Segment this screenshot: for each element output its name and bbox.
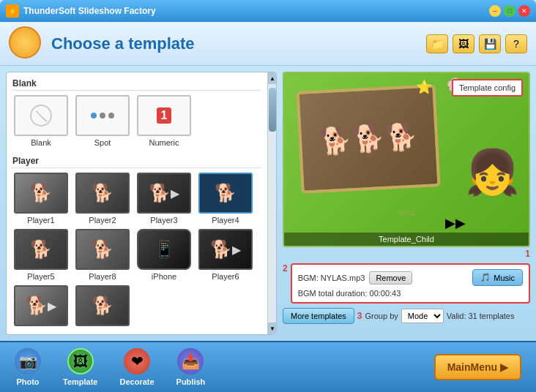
group-by-label: Group by (365, 312, 398, 320)
minimize-button[interactable]: – (489, 5, 501, 17)
bgm-duration: BGM total duration: 00:00:43 (298, 289, 401, 298)
player-b-img: 🐕 (92, 295, 113, 316)
preview-photo-dogs: 🐕🐕🐕 (318, 121, 418, 157)
preview-inner: 🐕🐕🐕 👧 ⭐ 🌸 ▶▶ anxz Template_Child (284, 73, 529, 246)
iphone-label: iPhone (152, 272, 176, 281)
player-b-thumb: 🐕 (75, 285, 130, 326)
spot-thumb (75, 95, 130, 136)
main-container: Choose a template 📁 🖼 💾 ? Blank (0, 22, 536, 392)
dot-1 (91, 113, 97, 118)
template-nav-label: Template (63, 377, 97, 386)
cartoon-char-emoji: 👧 (465, 151, 520, 195)
template-item-player-b[interactable]: 🐕 (74, 285, 131, 328)
dot-3 (108, 113, 114, 118)
player4-label: Player4 (212, 216, 239, 225)
watermark: anxz (398, 208, 414, 216)
dot-2 (100, 113, 105, 118)
player4-thumb: 🐕 (198, 173, 253, 214)
template-item-player1[interactable]: 🐕 Player1 (12, 173, 70, 225)
help-button[interactable]: ? (505, 34, 527, 53)
content-area: Blank Blank (0, 66, 536, 341)
player6-thumb: 🐕 ▶ (198, 229, 253, 270)
bgm-section: BGM: NYLAS.mp3 Remove 🎵 Music BGM total … (291, 263, 530, 304)
template-item-player-a[interactable]: 🐕 ▶ (12, 285, 70, 328)
bgm-remove-button[interactable]: Remove (369, 271, 412, 284)
nav-item-template[interactable]: 🖼 Template (63, 348, 97, 386)
group-by-select[interactable]: Mode (401, 309, 444, 323)
template-item-player2[interactable]: 🐕 Player2 (74, 173, 131, 225)
blank-label: Blank (31, 138, 51, 147)
nav-item-decorate[interactable]: ❤ Decorate (119, 348, 154, 386)
deco-star-1: ⭐ (416, 79, 432, 95)
blank-icon (30, 105, 52, 127)
player2-thumb: 🐕 (75, 173, 130, 214)
template-item-iphone[interactable]: 📱 iPhone (135, 229, 193, 281)
scroll-up-button[interactable]: ▲ (268, 72, 276, 84)
footer-bar: More templates 3 Group by Mode Valid: 31… (283, 308, 530, 324)
decorate-nav-icon: ❤ (124, 348, 150, 374)
header: Choose a template 📁 🖼 💾 ? (0, 22, 536, 66)
photo-nav-icon: 📷 (15, 348, 41, 374)
spot-dots (91, 113, 114, 118)
template-item-player8[interactable]: 🐕 Player8 (74, 229, 131, 281)
template-item-player6[interactable]: 🐕 ▶ Player6 (197, 229, 254, 281)
nav-items: 📷 Photo 🖼 Template ❤ Decorate 📤 Publish (15, 348, 205, 386)
player8-label: Player8 (89, 272, 116, 281)
bgm-music-button[interactable]: 🎵 Music (472, 269, 523, 286)
nav-item-photo[interactable]: 📷 Photo (15, 348, 41, 386)
app-icon-symbol: ⚡ (8, 7, 17, 15)
player8-thumb: 🐕 (75, 229, 130, 270)
iphone-thumb: 📱 (137, 229, 191, 270)
more-templates-button[interactable]: More templates (283, 308, 354, 324)
scroll-down-button[interactable]: ▼ (268, 323, 276, 334)
player1-img: 🐕 (30, 183, 52, 203)
template-scroll[interactable]: Blank Blank (7, 72, 267, 334)
blank-template-grid: Blank Spot (12, 95, 261, 147)
save-button[interactable]: 💾 (479, 34, 501, 53)
player-a-play-icon: ▶ (48, 299, 56, 313)
header-right: 📁 🖼 💾 ? (426, 34, 527, 53)
title-bar-left: ⚡ ThunderSoft Slideshow Factory (6, 4, 156, 18)
window-controls: – □ ✕ (489, 5, 530, 17)
nav-item-publish[interactable]: 📤 Publish (176, 348, 206, 386)
template-config-button[interactable]: Template config (452, 79, 523, 97)
header-left: Choose a template (9, 26, 195, 61)
preview-number: 1 (525, 249, 530, 259)
image-button[interactable]: 🖼 (453, 34, 474, 53)
template-item-player4[interactable]: 🐕 Player4 (197, 173, 254, 225)
player5-thumb: 🐕 (14, 229, 68, 270)
folder-button[interactable]: 📁 (426, 34, 448, 53)
template-name-overlay: Template_Child (284, 233, 529, 246)
player5-img: 🐕 (30, 239, 52, 260)
template-item-blank[interactable]: Blank (12, 95, 70, 147)
valid-label: Valid: 31 templates (447, 312, 515, 320)
template-nav-icon: 🖼 (67, 348, 94, 374)
template-item-player3[interactable]: 🐕 ▶ Player3 (135, 173, 193, 225)
player3-label: Player3 (150, 216, 177, 225)
player8-img: 🐕 (92, 239, 113, 260)
template-item-numeric[interactable]: 1 Numeric (135, 95, 193, 147)
right-panel: 🐕🐕🐕 👧 ⭐ 🌸 ▶▶ anxz Template_Child (277, 72, 530, 335)
template-item-player5[interactable]: 🐕 Player5 (12, 229, 70, 281)
player6-label: Player6 (212, 272, 239, 281)
close-button[interactable]: ✕ (518, 5, 530, 17)
main-menu-button[interactable]: MainMenu ▶ (434, 354, 521, 380)
template-item-spot[interactable]: Spot (74, 95, 131, 147)
player6-play-icon: ▶ (232, 243, 241, 257)
bottom-nav: 📷 Photo 🖼 Template ❤ Decorate 📤 Publish … (0, 341, 536, 392)
preview-area: 🐕🐕🐕 👧 ⭐ 🌸 ▶▶ anxz Template_Child (283, 72, 530, 247)
player1-thumb: 🐕 (14, 173, 68, 214)
scroll-track: ▲ ▼ (267, 72, 276, 334)
deco-arrow: ▶▶ (445, 215, 466, 231)
publish-nav-label: Publish (176, 377, 206, 386)
scroll-thumb[interactable] (269, 88, 276, 132)
decorate-nav-label: Decorate (119, 377, 154, 386)
publish-nav-icon: 📤 (177, 348, 204, 374)
maximize-button[interactable]: □ (504, 5, 515, 17)
numeric-label: Numeric (149, 138, 179, 147)
bgm-row-2: BGM total duration: 00:00:43 (298, 289, 523, 298)
player-a-thumb: 🐕 ▶ (14, 285, 68, 326)
player5-label: Player5 (27, 272, 54, 281)
logo-circle (9, 26, 41, 59)
player-template-grid: 🐕 Player1 🐕 Player2 🐕 (12, 173, 261, 328)
